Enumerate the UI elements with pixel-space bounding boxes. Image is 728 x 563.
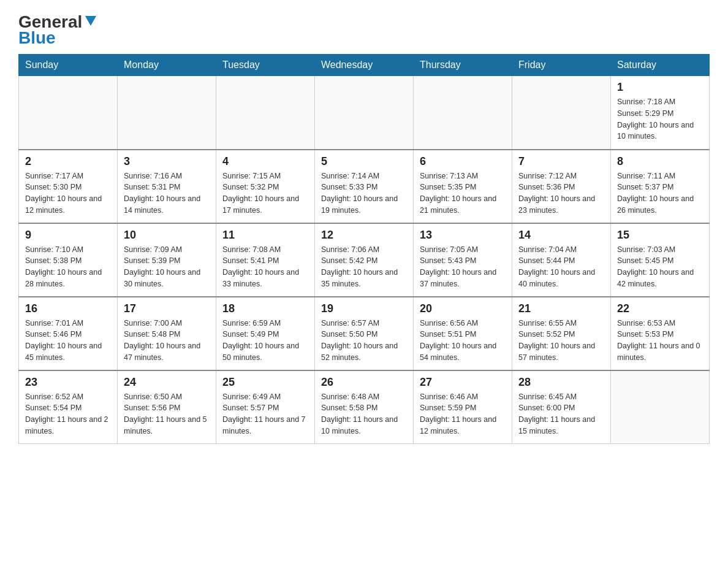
day-info: Sunrise: 6:50 AM Sunset: 5:56 PM Dayligh… xyxy=(124,391,210,437)
calendar-cell: 11Sunrise: 7:08 AM Sunset: 5:41 PM Dayli… xyxy=(216,223,315,297)
day-number: 7 xyxy=(518,155,604,168)
day-info: Sunrise: 7:15 AM Sunset: 5:32 PM Dayligh… xyxy=(222,170,308,216)
day-info: Sunrise: 7:01 AM Sunset: 5:46 PM Dayligh… xyxy=(25,318,111,364)
day-number: 28 xyxy=(518,376,604,389)
calendar-cell xyxy=(19,76,118,150)
day-number: 14 xyxy=(518,229,604,242)
day-info: Sunrise: 7:05 AM Sunset: 5:43 PM Dayligh… xyxy=(420,244,506,290)
day-info: Sunrise: 7:14 AM Sunset: 5:33 PM Dayligh… xyxy=(321,170,407,216)
calendar-cell: 14Sunrise: 7:04 AM Sunset: 5:44 PM Dayli… xyxy=(512,223,611,297)
day-number: 5 xyxy=(321,155,407,168)
calendar-cell: 23Sunrise: 6:52 AM Sunset: 5:54 PM Dayli… xyxy=(19,370,118,444)
day-info: Sunrise: 7:06 AM Sunset: 5:42 PM Dayligh… xyxy=(321,244,407,290)
day-number: 2 xyxy=(25,155,111,168)
weekday-header-sunday: Sunday xyxy=(19,55,118,76)
calendar-cell: 7Sunrise: 7:12 AM Sunset: 5:36 PM Daylig… xyxy=(512,150,611,223)
day-info: Sunrise: 7:16 AM Sunset: 5:31 PM Dayligh… xyxy=(124,170,210,216)
calendar-cell xyxy=(611,370,710,444)
calendar-week-row: 2Sunrise: 7:17 AM Sunset: 5:30 PM Daylig… xyxy=(19,150,710,223)
calendar-cell: 6Sunrise: 7:13 AM Sunset: 5:35 PM Daylig… xyxy=(414,150,512,223)
day-number: 18 xyxy=(222,302,308,315)
day-info: Sunrise: 7:11 AM Sunset: 5:37 PM Dayligh… xyxy=(617,170,703,216)
day-number: 19 xyxy=(321,302,407,315)
calendar-week-row: 9Sunrise: 7:10 AM Sunset: 5:38 PM Daylig… xyxy=(19,223,710,297)
day-info: Sunrise: 6:57 AM Sunset: 5:50 PM Dayligh… xyxy=(321,318,407,364)
day-number: 9 xyxy=(25,229,111,242)
calendar-week-row: 16Sunrise: 7:01 AM Sunset: 5:46 PM Dayli… xyxy=(19,297,710,370)
calendar-cell xyxy=(118,76,216,150)
weekday-header-monday: Monday xyxy=(118,55,216,76)
calendar-cell xyxy=(414,76,512,150)
page-header: General Blue xyxy=(18,12,710,48)
day-info: Sunrise: 7:18 AM Sunset: 5:29 PM Dayligh… xyxy=(617,96,703,142)
day-info: Sunrise: 6:56 AM Sunset: 5:51 PM Dayligh… xyxy=(420,318,506,364)
calendar-cell: 9Sunrise: 7:10 AM Sunset: 5:38 PM Daylig… xyxy=(19,223,118,297)
calendar-cell: 4Sunrise: 7:15 AM Sunset: 5:32 PM Daylig… xyxy=(216,150,315,223)
calendar-cell: 18Sunrise: 6:59 AM Sunset: 5:49 PM Dayli… xyxy=(216,297,315,370)
day-number: 27 xyxy=(420,376,506,389)
weekday-header-saturday: Saturday xyxy=(611,55,710,76)
day-number: 4 xyxy=(222,155,308,168)
day-number: 17 xyxy=(124,302,210,315)
calendar-cell xyxy=(512,76,611,150)
calendar-cell: 20Sunrise: 6:56 AM Sunset: 5:51 PM Dayli… xyxy=(414,297,512,370)
calendar-table: SundayMondayTuesdayWednesdayThursdayFrid… xyxy=(18,54,710,444)
calendar-cell: 5Sunrise: 7:14 AM Sunset: 5:33 PM Daylig… xyxy=(315,150,414,223)
day-info: Sunrise: 7:13 AM Sunset: 5:35 PM Dayligh… xyxy=(420,170,506,216)
day-number: 15 xyxy=(617,229,703,242)
weekday-header-tuesday: Tuesday xyxy=(216,55,315,76)
day-number: 16 xyxy=(25,302,111,315)
calendar-cell: 13Sunrise: 7:05 AM Sunset: 5:43 PM Dayli… xyxy=(414,223,512,297)
day-info: Sunrise: 7:08 AM Sunset: 5:41 PM Dayligh… xyxy=(222,244,308,290)
calendar-week-row: 23Sunrise: 6:52 AM Sunset: 5:54 PM Dayli… xyxy=(19,370,710,444)
day-info: Sunrise: 7:12 AM Sunset: 5:36 PM Dayligh… xyxy=(518,170,604,216)
day-info: Sunrise: 7:10 AM Sunset: 5:38 PM Dayligh… xyxy=(25,244,111,290)
day-info: Sunrise: 6:46 AM Sunset: 5:59 PM Dayligh… xyxy=(420,391,506,437)
day-info: Sunrise: 6:45 AM Sunset: 6:00 PM Dayligh… xyxy=(518,391,604,437)
day-number: 13 xyxy=(420,229,506,242)
day-info: Sunrise: 7:09 AM Sunset: 5:39 PM Dayligh… xyxy=(124,244,210,290)
day-info: Sunrise: 6:49 AM Sunset: 5:57 PM Dayligh… xyxy=(222,391,308,437)
calendar-cell: 28Sunrise: 6:45 AM Sunset: 6:00 PM Dayli… xyxy=(512,370,611,444)
calendar-cell: 24Sunrise: 6:50 AM Sunset: 5:56 PM Dayli… xyxy=(118,370,216,444)
weekday-header-wednesday: Wednesday xyxy=(315,55,414,76)
day-number: 3 xyxy=(124,155,210,168)
calendar-cell xyxy=(315,76,414,150)
calendar-cell: 10Sunrise: 7:09 AM Sunset: 5:39 PM Dayli… xyxy=(118,223,216,297)
logo-blue-text: Blue xyxy=(18,28,56,48)
day-number: 10 xyxy=(124,229,210,242)
calendar-cell: 8Sunrise: 7:11 AM Sunset: 5:37 PM Daylig… xyxy=(611,150,710,223)
weekday-header-friday: Friday xyxy=(512,55,611,76)
day-info: Sunrise: 6:53 AM Sunset: 5:53 PM Dayligh… xyxy=(617,318,703,364)
day-number: 24 xyxy=(124,376,210,389)
calendar-cell: 25Sunrise: 6:49 AM Sunset: 5:57 PM Dayli… xyxy=(216,370,315,444)
day-number: 11 xyxy=(222,229,308,242)
day-number: 22 xyxy=(617,302,703,315)
day-number: 25 xyxy=(222,376,308,389)
logo: General Blue xyxy=(18,12,96,48)
calendar-cell: 16Sunrise: 7:01 AM Sunset: 5:46 PM Dayli… xyxy=(19,297,118,370)
day-info: Sunrise: 7:00 AM Sunset: 5:48 PM Dayligh… xyxy=(124,318,210,364)
day-info: Sunrise: 6:52 AM Sunset: 5:54 PM Dayligh… xyxy=(25,391,111,437)
calendar-cell: 1Sunrise: 7:18 AM Sunset: 5:29 PM Daylig… xyxy=(611,76,710,150)
day-number: 6 xyxy=(420,155,506,168)
calendar-week-row: 1Sunrise: 7:18 AM Sunset: 5:29 PM Daylig… xyxy=(19,76,710,150)
day-number: 1 xyxy=(617,81,703,94)
day-info: Sunrise: 7:03 AM Sunset: 5:45 PM Dayligh… xyxy=(617,244,703,290)
calendar-cell: 3Sunrise: 7:16 AM Sunset: 5:31 PM Daylig… xyxy=(118,150,216,223)
day-number: 21 xyxy=(518,302,604,315)
calendar-cell: 27Sunrise: 6:46 AM Sunset: 5:59 PM Dayli… xyxy=(414,370,512,444)
calendar-cell: 26Sunrise: 6:48 AM Sunset: 5:58 PM Dayli… xyxy=(315,370,414,444)
calendar-cell: 19Sunrise: 6:57 AM Sunset: 5:50 PM Dayli… xyxy=(315,297,414,370)
logo-triangle-icon xyxy=(85,16,96,28)
day-info: Sunrise: 6:59 AM Sunset: 5:49 PM Dayligh… xyxy=(222,318,308,364)
calendar-cell: 15Sunrise: 7:03 AM Sunset: 5:45 PM Dayli… xyxy=(611,223,710,297)
day-info: Sunrise: 6:48 AM Sunset: 5:58 PM Dayligh… xyxy=(321,391,407,437)
day-number: 20 xyxy=(420,302,506,315)
calendar-cell: 12Sunrise: 7:06 AM Sunset: 5:42 PM Dayli… xyxy=(315,223,414,297)
day-number: 23 xyxy=(25,376,111,389)
day-number: 8 xyxy=(617,155,703,168)
calendar-header-row: SundayMondayTuesdayWednesdayThursdayFrid… xyxy=(19,55,710,76)
calendar-cell xyxy=(216,76,315,150)
calendar-cell: 22Sunrise: 6:53 AM Sunset: 5:53 PM Dayli… xyxy=(611,297,710,370)
